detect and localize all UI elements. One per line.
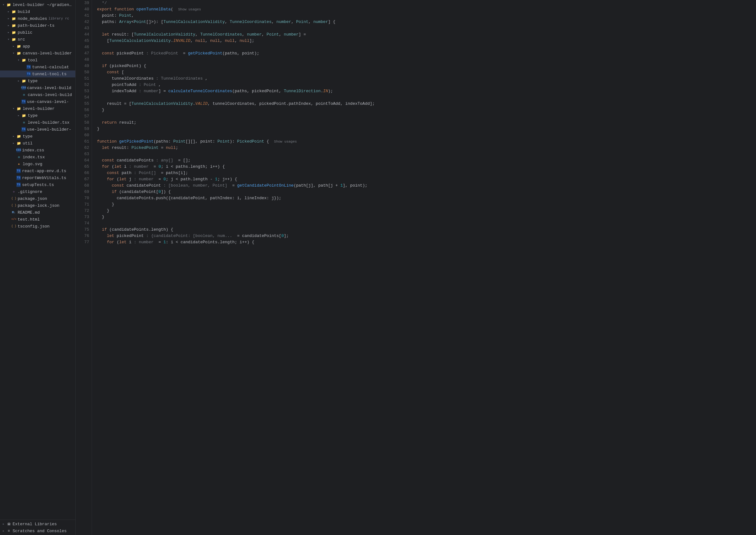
sidebar-item-use-canvas-level[interactable]: TS use-canvas-level- [0, 98, 75, 105]
sidebar-item-package-lock-json[interactable]: { } package-lock.json [0, 202, 75, 209]
line-number: 76 [76, 233, 92, 239]
sidebar-item-canvas-level-react[interactable]: ⚛ canvas-level-build [0, 91, 75, 98]
json-icon: { } [11, 224, 16, 229]
code-line-55: result = [TunnelCalculationValidity.VALI… [96, 101, 756, 107]
sidebar-item-label: canvas-level-build [27, 86, 71, 90]
sidebar-item-tool[interactable]: 📁 tool [0, 57, 75, 64]
sidebar-item-readme[interactable]: M↓ README.md [0, 209, 75, 216]
sidebar-item-label: level-builder [23, 106, 54, 111]
sidebar-item-report-web-vitals[interactable]: TS reportWebVitals.ts [0, 174, 75, 181]
sidebar-item-scratches-and-consoles[interactable]: ≡ Scratches and Consoles [0, 527, 75, 534]
sidebar-item-type-canvas[interactable]: 📁 type [0, 77, 75, 84]
code-line-70: candidatePoints.push({candidatePoint, pa… [96, 195, 756, 201]
sidebar-item-gitignore[interactable]: ⊘ .gitignore [0, 188, 75, 195]
line-number: 74 [76, 220, 92, 227]
sidebar-item-label: package-lock.json [18, 203, 60, 208]
code-line-53: indexToAdd : number] = calculateTunnelCo… [96, 88, 756, 95]
expand-arrow [11, 106, 16, 111]
sidebar-item-index-css[interactable]: CSS index.css [0, 147, 75, 154]
sidebar-item-node-modules[interactable]: 📁 node_modules library rc [0, 15, 75, 22]
line-number: 48 [76, 57, 92, 63]
code-line-69: if (candidatePoint[0]) { [96, 189, 756, 195]
folder-icon: 📁 [6, 2, 11, 7]
sidebar-item-level-builder-tsx[interactable]: ⚛ level-builder.tsx [0, 119, 75, 126]
sidebar-item-label: use-canvas-level- [27, 99, 69, 104]
line-number: 60 [76, 132, 92, 138]
code-line-45: [TunnelCalculationValidity.INVALID, null… [96, 38, 756, 44]
sidebar-badge: library rc [48, 17, 69, 20]
line-number: 69 [76, 189, 92, 195]
sidebar-item-root[interactable]: 📁 level-builder ~/gradient/Gr [0, 1, 75, 8]
code-line-71: } [96, 201, 756, 208]
sidebar-item-label: level-builder ~/gradient/Gr [13, 3, 74, 7]
sidebar-item-label: type [23, 134, 32, 139]
sidebar-item-use-level-builder[interactable]: TS use-level-builder- [0, 126, 75, 133]
folder-icon: 📁 [16, 141, 21, 146]
sidebar-item-label: public [18, 30, 32, 35]
sidebar-item-logo-svg[interactable]: ◈ logo.svg [0, 160, 75, 167]
sidebar-item-label: index.tsx [23, 155, 45, 159]
line-number: 59 [76, 126, 92, 132]
sidebar-item-label: logo.svg [23, 162, 42, 166]
expand-arrow [1, 529, 6, 533]
sidebar-item-label: util [23, 141, 32, 146]
sidebar-item-tunnel-calculat[interactable]: TS tunnel-calculat [0, 64, 75, 70]
code-line-44: let result: [TunnelCalculationValidity, … [96, 32, 756, 38]
folder-icon: 📁 [16, 134, 21, 139]
line-number: 54 [76, 95, 92, 101]
expand-arrow [16, 58, 21, 62]
sidebar-item-level-builder[interactable]: 📁 level-builder [0, 105, 75, 112]
sidebar-item-build[interactable]: 📁 build [0, 8, 75, 15]
sidebar-item-type-level[interactable]: 📁 type [0, 112, 75, 119]
folder-icon: 📁 [11, 23, 16, 28]
code-line-58: return result; [96, 120, 756, 126]
code-area[interactable]: 39 40 41 42 43 44 45 46 47 48 49 50 51 5… [76, 0, 756, 535]
code-line-59: } [96, 126, 756, 132]
line-number: 41 [76, 13, 92, 19]
sidebar-item-label: type [28, 113, 38, 118]
code-editor-body[interactable]: */ export function openTunnelData( Show … [92, 0, 756, 535]
line-number: 51 [76, 75, 92, 82]
sidebar-item-package-json[interactable]: { } package.json [0, 195, 75, 202]
sidebar-item-type-src[interactable]: 📁 type [0, 133, 75, 140]
sidebar-item-path-builder[interactable]: 📁 path-builder-ts [0, 22, 75, 29]
sidebar-item-setup-tests[interactable]: TS setupTests.ts [0, 181, 75, 188]
sidebar-item-external-libraries[interactable]: 🏛 External Libraries [0, 521, 75, 527]
json-icon: { } [11, 203, 16, 208]
expand-arrow [1, 522, 6, 526]
sidebar-item-label: .gitignore [18, 189, 42, 194]
sidebar-item-index-tsx[interactable]: ⚛ index.tsx [0, 154, 75, 160]
expand-arrow [16, 79, 21, 83]
line-number: 72 [76, 208, 92, 214]
sidebar-item-public[interactable]: 📁 public [0, 29, 75, 36]
line-number: 50 [76, 69, 92, 75]
sidebar-item-util[interactable]: 📁 util [0, 140, 75, 147]
sidebar-footer: 🏛 External Libraries ≡ Scratches and Con… [0, 520, 75, 535]
code-line-73: } [96, 214, 756, 220]
line-number: 63 [76, 151, 92, 157]
sidebar-item-app[interactable]: 📁 app [0, 43, 75, 50]
sidebar-item-test-html[interactable]: </> test.html [0, 216, 75, 223]
sidebar-item-label: app [23, 44, 30, 49]
line-number: 56 [76, 107, 92, 113]
line-number: 53 [76, 88, 92, 95]
folder-icon: 📁 [21, 78, 26, 83]
code-line-64: const candidatePoints : any[] = []; [96, 157, 756, 164]
line-number: 64 [76, 157, 92, 164]
css-icon: CSS [21, 86, 26, 90]
sidebar-item-label: reportWebVitals.ts [22, 176, 66, 180]
sidebar-item-canvas-level-css[interactable]: CSS canvas-level-build [0, 84, 75, 91]
sidebar-item-tunnel-tool[interactable]: TS tunnel-tool.ts [0, 70, 75, 77]
sidebar-item-tsconfig[interactable]: { } tsconfig.json [0, 223, 75, 230]
code-line-62: let result: PickedPoint = null; [96, 145, 756, 151]
sidebar-item-label: use-level-builder- [27, 127, 71, 132]
sidebar-item-react-app-env[interactable]: TS react-app-env.d.ts [0, 167, 75, 174]
code-line-51: tunnelCoordinates : TunnelCoordinates , [96, 75, 756, 82]
sidebar-item-canvas-level-builder[interactable]: 📁 canvas-level-builder [0, 50, 75, 57]
sidebar-item-src[interactable]: 📁 src [0, 36, 75, 43]
line-number: 62 [76, 145, 92, 151]
sidebar-item-label: canvas-level-builder [23, 51, 72, 56]
line-number: 57 [76, 113, 92, 120]
sidebar-item-label: src [18, 37, 25, 42]
sidebar-item-label: build [18, 10, 30, 14]
